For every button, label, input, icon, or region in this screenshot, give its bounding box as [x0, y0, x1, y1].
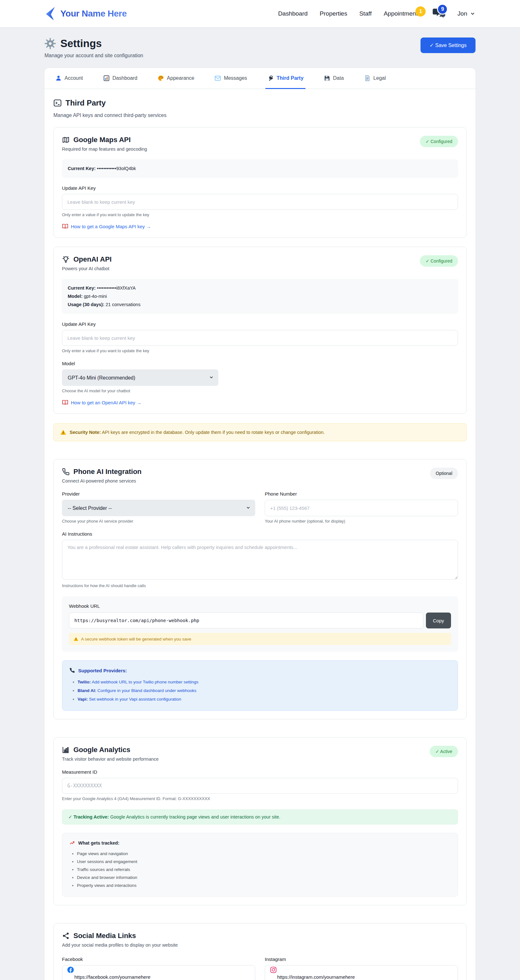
- tracking-active-label: ✓ Tracking Active:: [68, 815, 109, 819]
- instagram-label: Instagram: [265, 956, 458, 962]
- measurement-id-input[interactable]: [62, 778, 458, 794]
- save-settings-button[interactable]: ✓ Save Settings: [420, 38, 475, 53]
- instagram-icon: [270, 966, 277, 973]
- main-nav: Dashboard Properties Staff Appointments …: [278, 8, 475, 19]
- webhook-box: Webhook URL Copy A secure webhook token …: [62, 596, 458, 652]
- facebook-label: Facebook: [62, 956, 255, 962]
- openai-title: OpenAI API: [62, 255, 111, 264]
- section-title: Third Party: [53, 99, 467, 107]
- tab-third-party[interactable]: Third Party: [266, 68, 305, 89]
- tracking-active-box: ✓ Tracking Active: Google Analytics is c…: [62, 809, 458, 824]
- user-menu[interactable]: Jon: [457, 10, 475, 17]
- tab-data[interactable]: Data: [322, 68, 346, 89]
- openai-subtitle: Powers your AI chatbot: [62, 266, 111, 271]
- maps-api-key-link[interactable]: How to get a Google Maps API key →: [71, 224, 151, 229]
- instagram-field: Instagram: [265, 950, 458, 980]
- webhook-url-label: Webhook URL: [69, 603, 451, 609]
- bar-chart-icon: [103, 75, 110, 81]
- trend-chart-icon: [69, 840, 75, 846]
- configured-badge: ✓ Configured: [420, 255, 458, 267]
- tracked-item: User sessions and engagement: [77, 858, 451, 865]
- google-maps-subtitle: Required for map features and geocoding: [62, 146, 147, 152]
- tab-messages[interactable]: Messages: [213, 68, 249, 89]
- google-maps-title: Google Maps API: [62, 136, 147, 144]
- what-gets-tracked-box: What gets tracked: Page views and naviga…: [62, 833, 458, 897]
- nav-item-dashboard[interactable]: Dashboard: [278, 10, 308, 17]
- model-label: Model:: [68, 294, 83, 299]
- active-badge: ✓ Active: [430, 746, 458, 757]
- google-analytics-card: Google Analytics Track visitor behavior …: [53, 737, 467, 905]
- measurement-id-help: Enter your Google Analytics 4 (GA4) Meas…: [62, 796, 458, 801]
- social-subtitle: Add your social media profiles to displa…: [62, 942, 458, 948]
- ai-instructions-textarea[interactable]: [62, 540, 458, 579]
- update-api-key-label: Update API Key: [62, 321, 458, 327]
- supported-providers-box: Supported Providers: Twilio: Add webhook…: [62, 660, 458, 711]
- document-icon: [364, 75, 371, 81]
- person-icon: [55, 75, 62, 81]
- configured-badge: ✓ Configured: [420, 136, 458, 147]
- chevron-down-icon: [470, 11, 475, 16]
- nav-item-staff[interactable]: Staff: [359, 10, 372, 17]
- nav-item-properties[interactable]: Properties: [320, 10, 347, 17]
- model-select-help: Choose the AI model for your chatbot: [62, 388, 458, 393]
- messages-badge: 9: [437, 4, 448, 14]
- book-icon: [62, 399, 68, 405]
- tab-appearance[interactable]: Appearance: [156, 68, 196, 89]
- provider-select[interactable]: -- Select Provider --: [62, 500, 255, 516]
- facebook-field: Facebook: [62, 950, 255, 980]
- tab-legal[interactable]: Legal: [363, 68, 388, 89]
- map-icon: [62, 136, 70, 144]
- supported-providers-heading: Supported Providers:: [78, 668, 127, 673]
- page-head: Settings Manage your account and site co…: [45, 38, 475, 59]
- optional-badge: Optional: [430, 468, 458, 479]
- nav-item-appointments[interactable]: Appointments 1: [384, 10, 420, 17]
- analytics-subtitle: Track visitor behavior and website perfo…: [62, 757, 159, 762]
- settings-tabbar: Account Dashboard Appearance Messages: [45, 68, 475, 89]
- phone-ai-title: Phone AI Integration: [62, 468, 142, 476]
- maps-api-key-input[interactable]: [62, 194, 458, 210]
- security-note-text: API keys are encrypted in the database. …: [102, 430, 325, 435]
- facebook-icon: [67, 966, 74, 973]
- google-maps-card: Google Maps API Required for map feature…: [53, 127, 467, 238]
- terminal-icon: [53, 99, 62, 107]
- app-header: Your Name Here Dashboard Properties Staf…: [0, 0, 520, 27]
- openai-api-key-help: Only enter a value if you want to update…: [62, 348, 458, 353]
- provider-item-bland: Bland AI: Configure in your Bland dashbo…: [78, 686, 451, 695]
- tracked-item: Device and browser information: [77, 873, 451, 881]
- tracked-item: Traffic sources and referrals: [77, 865, 451, 873]
- phone-number-input[interactable]: [265, 500, 458, 516]
- tracked-item: Page views and navigation: [77, 850, 451, 858]
- openai-api-key-input[interactable]: [62, 330, 458, 346]
- palette-icon: [157, 75, 164, 81]
- current-key-value: ••••••••••••i8XfXaYA: [97, 285, 136, 291]
- app-logo[interactable]: Your Name Here: [45, 6, 127, 21]
- ai-instructions-label: AI Instructions: [62, 531, 458, 536]
- third-party-panel: Third Party Manage API keys and connect …: [45, 89, 475, 980]
- copy-button[interactable]: Copy: [426, 612, 451, 628]
- plug-icon: [267, 75, 274, 81]
- tab-dashboard[interactable]: Dashboard: [102, 68, 139, 89]
- instagram-url-input[interactable]: [265, 965, 458, 980]
- tab-account[interactable]: Account: [53, 68, 85, 89]
- warning-icon: [73, 636, 78, 641]
- social-media-card: Social Media Links Add your social media…: [53, 923, 467, 980]
- current-key-value: ••••••••••••93olQ4bk: [97, 166, 136, 171]
- phone-icon: [69, 668, 75, 673]
- provider-item-twilio: Twilio: Add webhook URL to your Twilio p…: [78, 678, 451, 686]
- webhook-warning: A secure webhook token will be generated…: [69, 633, 451, 645]
- openai-card: OpenAI API Powers your AI chatbot ✓ Conf…: [53, 247, 467, 414]
- floppy-disk-icon: [324, 75, 330, 81]
- openai-current-box: Current Key: ••••••••••••i8XfXaYA Model:…: [62, 279, 458, 314]
- lightbulb-icon: [62, 256, 70, 263]
- share-icon: [62, 932, 70, 940]
- phone-ai-card: Phone AI Integration Connect AI-powered …: [53, 459, 467, 719]
- openai-api-key-link[interactable]: How to get an OpenAI API key →: [71, 400, 142, 405]
- webhook-url-input[interactable]: [69, 612, 423, 628]
- analytics-title: Google Analytics: [62, 746, 159, 754]
- model-select[interactable]: GPT-4o Mini (Recommended): [62, 369, 218, 386]
- phone-icon: [62, 468, 70, 476]
- messages-icon[interactable]: 9: [433, 8, 445, 19]
- provider-help: Choose your phone AI service provider: [62, 519, 255, 523]
- facebook-url-input[interactable]: [62, 965, 255, 980]
- book-icon: [62, 223, 68, 229]
